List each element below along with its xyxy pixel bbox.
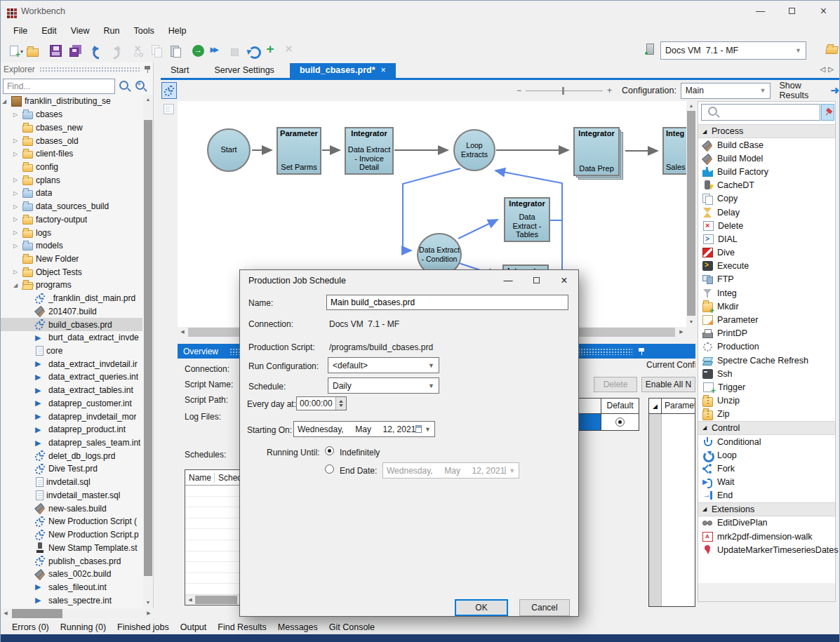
menu-item[interactable]: Run [97, 24, 127, 38]
status-tab[interactable]: Messages [272, 622, 324, 632]
new-file-button[interactable] [5, 43, 23, 60]
palette-item-trigger[interactable]: Trigger [698, 380, 835, 394]
palette-item-zip[interactable]: Zip [698, 408, 835, 421]
tree-item[interactable]: dataprep_sales_team.int [1, 436, 142, 450]
tree-item[interactable]: ▷ cbases_old [1, 134, 142, 147]
tree-caret-icon[interactable]: ▷ [13, 269, 22, 275]
node-data-prep[interactable]: Integrator Data Prep [573, 127, 620, 176]
section-caret-icon[interactable]: ◢ [702, 424, 712, 431]
copy-button[interactable] [147, 43, 166, 60]
tree-caret-icon[interactable]: ▷ [13, 112, 22, 118]
palette-item-mkdir[interactable]: Mkdir [698, 300, 835, 313]
node-start[interactable]: Start [207, 128, 251, 172]
close-button[interactable]: × [808, 1, 839, 21]
document-tool-icon[interactable] [164, 104, 174, 114]
stop-button[interactable] [225, 43, 244, 60]
dialog-close-button[interactable]: × [550, 270, 578, 290]
tree-item[interactable]: delet_db_logs.prd [1, 449, 142, 462]
tree-item[interactable]: sales_fileout.int [1, 581, 142, 594]
tree-item[interactable]: dataprep_customer.int [1, 397, 142, 410]
name-input[interactable] [326, 295, 568, 310]
tree-caret-icon[interactable]: ◢ [13, 282, 22, 288]
tree-item[interactable]: invdetail_master.sql [1, 489, 142, 502]
palette-item-production[interactable]: Production [698, 340, 835, 354]
undo-button[interactable] [88, 43, 106, 60]
separator-1[interactable] [41, 43, 46, 60]
scroll-right-icon[interactable]: ▶ [676, 327, 686, 337]
add-button[interactable] [262, 43, 280, 60]
config-parameter-table[interactable]: ◢ Paramete [648, 398, 695, 607]
tree-caret-icon[interactable]: ▷ [13, 216, 22, 222]
pin-icon[interactable] [638, 347, 645, 356]
run-configuration-combo[interactable]: <default>▼ [328, 357, 439, 373]
scroll-down-icon[interactable]: ▼ [143, 598, 153, 608]
tree-caret-icon[interactable]: ▷ [13, 151, 22, 157]
menu-item[interactable]: File [6, 24, 34, 38]
scroll-left-icon[interactable]: ◀ [178, 327, 187, 337]
palette-item-spectre-cache-refresh[interactable]: Spectre Cache Refresh [698, 354, 835, 367]
tree-item[interactable]: cbases_new [1, 121, 142, 134]
tree-caret-icon[interactable]: ▷ [13, 190, 22, 196]
palette-item-printdp[interactable]: PrintDP [698, 327, 835, 340]
separator-3[interactable] [124, 43, 129, 60]
status-tab[interactable]: Output [175, 622, 213, 632]
refresh-button[interactable] [244, 43, 262, 60]
section-caret-icon[interactable]: ◢ [702, 506, 712, 512]
schedule-combo[interactable]: Daily▼ [328, 377, 439, 394]
tree-item[interactable]: ▷ factory-output [1, 213, 142, 226]
menu-item[interactable]: Help [161, 24, 194, 38]
palette-search-box[interactable] [701, 104, 820, 121]
tree-item[interactable]: build_cbases.prd [1, 318, 142, 331]
tree-item[interactable]: Dive Test.prd [1, 462, 142, 476]
delete-schedule-button[interactable]: Delete [594, 377, 637, 392]
tree-item[interactable]: sales_spectre.int [1, 594, 142, 607]
status-tab[interactable]: Errors (0) [6, 622, 55, 632]
pin-icon[interactable] [144, 65, 151, 74]
enable-all-button[interactable]: Enable All N [641, 377, 695, 392]
connection-combo[interactable]: Docs VM 7.1 - MF ▼ [660, 41, 806, 60]
palette-item-parameter[interactable]: Parameter [698, 313, 835, 326]
explorer-horizontal-scrollbar[interactable]: ◀ ▶ [1, 608, 154, 619]
tree-item[interactable]: ▷ data [1, 187, 142, 200]
cancel-button[interactable]: Cancel [519, 599, 570, 616]
palette-item-end[interactable]: End [698, 489, 835, 502]
scrollbar-thumb[interactable] [12, 609, 62, 618]
production-tool-button[interactable] [161, 82, 177, 99]
palette-item-cachedt[interactable]: CacheDT [698, 179, 835, 192]
tree-item[interactable]: _franklin_dist_main.prd [1, 292, 142, 305]
scrollbar-thumb[interactable] [144, 120, 152, 576]
scroll-right-icon[interactable]: ▶ [144, 608, 154, 618]
palette-item-delete[interactable]: Delete [698, 219, 835, 232]
palette-item-integ[interactable]: Integ [698, 286, 835, 300]
palette-item-build-model[interactable]: Build Model [698, 152, 835, 165]
dialog-minimize-button[interactable]: — [494, 270, 522, 290]
zoom-in-icon[interactable]: + [607, 86, 612, 95]
separator-2[interactable] [83, 43, 88, 60]
palette-section-process[interactable]: ◢ Process [698, 124, 835, 138]
tab-start[interactable]: Start [161, 63, 204, 78]
node-sales[interactable]: Integ Sales [662, 127, 686, 175]
open-project-icon[interactable] [826, 46, 839, 54]
tree-item[interactable]: data_extract_queries.int [1, 370, 142, 384]
starting-on-datepicker[interactable]: Wednesday, May 12, 2021 ▼ [293, 421, 435, 437]
tree-item[interactable]: ▷ client-files [1, 147, 142, 161]
scrollbar-thumb[interactable] [195, 596, 237, 604]
time-spinner[interactable]: 00:00:00 [296, 396, 347, 410]
tree-item[interactable]: burt_data_extract_invde [1, 331, 142, 345]
tab-build-cbases[interactable]: build_cbases.prd*× [290, 63, 396, 78]
tree-item[interactable]: publish_cbases.prd [1, 554, 142, 568]
node-parameter[interactable]: Parameter Set Parms [276, 127, 321, 175]
menu-item[interactable]: View [64, 24, 97, 38]
tree-item[interactable]: dataprep_product.int [1, 423, 142, 436]
table-horizontal-scrollbar[interactable]: ◀ [185, 594, 246, 605]
palette-item-fork[interactable]: Fork [698, 462, 835, 475]
scroll-up-icon[interactable]: ▲ [143, 95, 153, 105]
palette-item-editdiveplan[interactable]: EditDivePlan [698, 516, 835, 530]
tab-close-icon[interactable]: × [381, 65, 386, 75]
zoom-out-icon[interactable]: − [516, 86, 521, 95]
tree-caret-icon[interactable]: ▷ [13, 138, 22, 144]
overview-tab[interactable]: Overview [178, 347, 224, 356]
dialog-maximize-button[interactable] [522, 270, 550, 290]
palette-item-execute[interactable]: Execute [698, 260, 835, 273]
palette-item-dive[interactable]: Dive [698, 246, 835, 260]
